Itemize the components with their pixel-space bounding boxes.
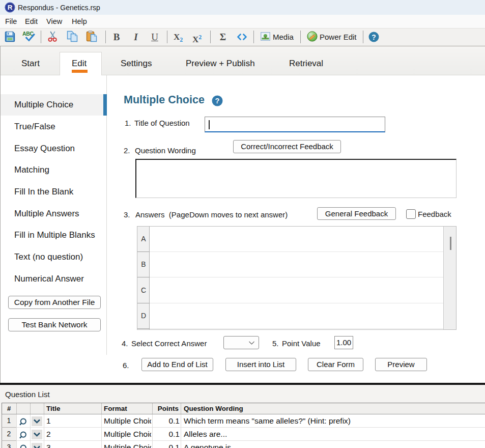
svg-text:?: ?: [215, 97, 220, 105]
svg-text:R: R: [8, 4, 13, 11]
svg-text:?: ?: [372, 33, 376, 41]
